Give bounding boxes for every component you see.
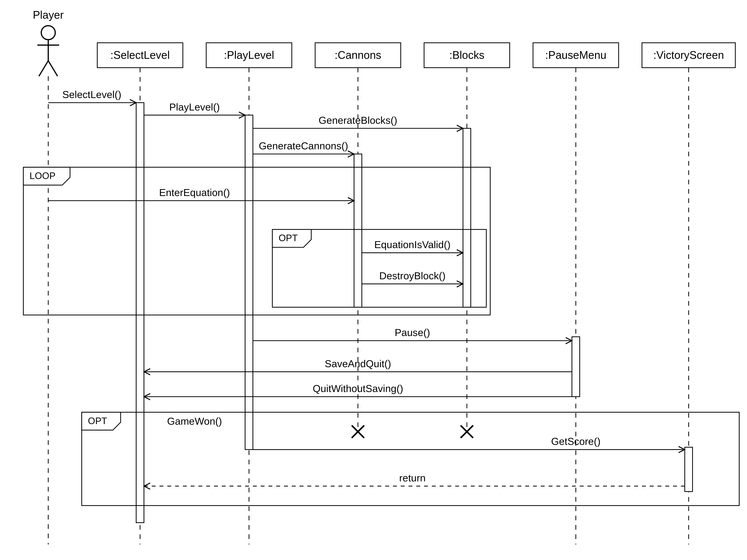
svg-text::Cannons: :Cannons [335,49,381,61]
svg-text::SelectLevel: :SelectLevel [110,49,170,61]
svg-text:EquationIsValid(): EquationIsValid() [374,239,450,250]
activation-playlevel [245,115,253,450]
svg-text::PauseMenu: :PauseMenu [545,49,607,61]
svg-line-4 [48,61,57,76]
svg-text:GetScore(): GetScore() [551,436,600,447]
activation-selectlevel [136,103,144,523]
msg-generatecannons: GenerateCannons() [253,140,354,154]
sequence-diagram: Player :SelectLevel :PlayLevel :Cannons … [0,0,747,560]
svg-text:LOOP: LOOP [29,170,55,181]
svg-text:OPT: OPT [88,416,107,426]
svg-text:GenerateCannons(): GenerateCannons() [259,140,348,151]
lifeline-pausemenu: :PauseMenu [533,43,619,544]
svg-text::PlayLevel: :PlayLevel [224,49,274,61]
svg-text:OPT: OPT [279,233,298,243]
svg-text:SaveAndQuit(): SaveAndQuit() [325,358,391,369]
svg-text:GenerateBlocks(): GenerateBlocks() [318,115,397,126]
svg-text:DestroyBlock(): DestroyBlock() [379,270,445,281]
msg-destroyblock: DestroyBlock() [362,270,463,284]
svg-text:SelectLevel(): SelectLevel() [62,89,121,100]
activation-victoryscreen [685,447,693,492]
svg-text::VictoryScreen: :VictoryScreen [653,49,724,61]
msg-getscore: GetScore() [253,436,685,450]
svg-point-0 [41,26,55,40]
svg-text::Blocks: :Blocks [449,49,484,61]
activation-cannons [354,154,362,307]
msg-return: return [144,472,685,486]
svg-line-3 [39,61,48,76]
msg-pause: Pause() [253,327,572,341]
destroy-blocks [461,425,473,438]
svg-text:PlayLevel(): PlayLevel() [169,101,220,112]
msg-selectlevel: SelectLevel() [48,89,136,103]
svg-text:return: return [399,472,426,483]
actor-label: Player [33,9,64,21]
actor-player: Player [33,9,64,544]
msg-playlevel: PlayLevel() [144,101,245,115]
activation-blocks [463,128,471,307]
svg-text:QuitWithoutSaving(): QuitWithoutSaving() [313,383,403,394]
destroy-cannons [352,425,364,438]
svg-text:EnterEquation(): EnterEquation() [159,187,230,198]
msg-enterequation: EnterEquation() [48,187,354,201]
msg-gamewon-label: GameWon() [167,416,222,427]
msg-equationisvalid: EquationIsValid() [362,239,463,253]
svg-text:Pause(): Pause() [395,327,430,338]
activation-pausemenu [572,337,580,397]
